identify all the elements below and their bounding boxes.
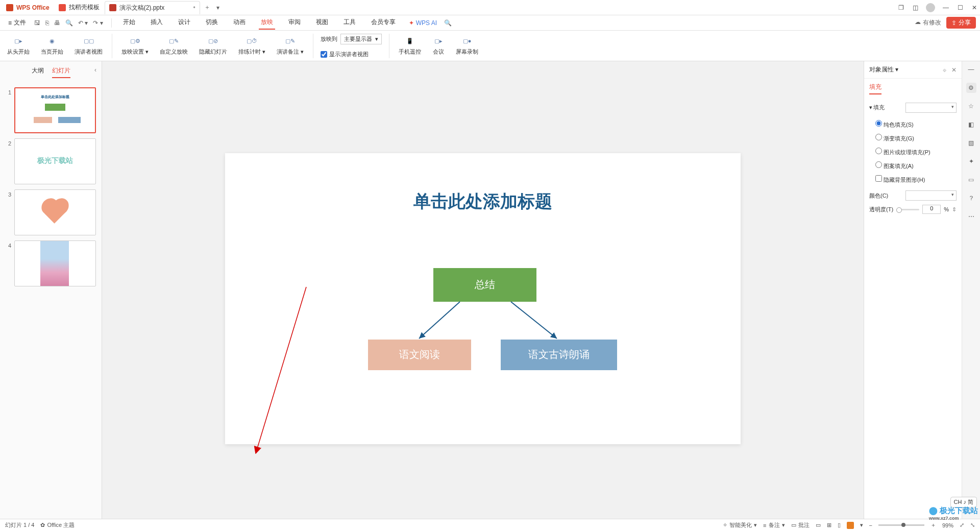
slide[interactable]: 单击此处添加标题 总结 语文阅读 语文古诗朗诵 (225, 153, 741, 444)
rail-image-icon[interactable]: ▧ (966, 138, 976, 148)
save-icon[interactable]: 🖫 (34, 19, 40, 27)
multiwindow-icon[interactable]: ❐ (897, 4, 904, 11)
undo-icon[interactable]: ↶ ▾ (78, 19, 88, 27)
menu-design[interactable]: 设计 (176, 16, 192, 30)
view-sorter-icon[interactable]: ⊞ (827, 522, 831, 528)
thumbnail-2[interactable]: 极光下载站 (14, 138, 96, 184)
maximize-button[interactable]: ☐ (957, 4, 964, 11)
record-button[interactable]: ▢●屏幕录制 (454, 35, 480, 57)
new-tab-button[interactable]: ＋ (201, 1, 213, 14)
slides-tab[interactable]: 幻灯片 (52, 66, 70, 78)
menu-review[interactable]: 审阅 (286, 16, 303, 30)
thumbnail-list[interactable]: 1 单击此处添加标题 2 极光下载站 3 4 (0, 83, 102, 514)
view-slideshow-icon[interactable] (847, 522, 854, 529)
show-settings-button[interactable]: ▢⚙放映设置 ▾ (119, 35, 151, 57)
beautify-button[interactable]: ✧智能美化 ▾ (723, 521, 757, 529)
radio-solid[interactable]: 纯色填充(S) (875, 117, 957, 131)
redo-icon[interactable]: ↷ ▾ (93, 19, 103, 27)
print2-icon[interactable]: ⎘ (45, 19, 49, 27)
expand-icon[interactable]: ⤡ (970, 522, 975, 528)
menu-view[interactable]: 视图 (314, 16, 330, 30)
monitor-select[interactable]: 主要显示器▾ (340, 34, 382, 44)
rail-layers-icon[interactable]: ◧ (966, 119, 976, 130)
menu-member[interactable]: 会员专享 (369, 16, 398, 30)
notes-toggle[interactable]: ≡备注 ▾ (763, 521, 785, 529)
page-indicator[interactable]: 幻灯片 1 / 4 (5, 521, 34, 529)
collapse-icon[interactable]: ‹ (94, 66, 96, 74)
preview-icon[interactable]: 🔍 (65, 19, 73, 27)
phone-remote-button[interactable]: 📱手机遥控 (397, 35, 423, 57)
tab-menu-button[interactable]: ▾ (213, 2, 223, 13)
collapse-rail-icon[interactable]: — (966, 64, 976, 75)
thumbnail-4[interactable] (14, 240, 96, 286)
show-presenter-checkbox[interactable]: 显示演讲者视图 (321, 51, 382, 58)
fill-preset-combo[interactable] (905, 103, 957, 113)
opacity-slider[interactable] (896, 209, 919, 210)
radio-picture[interactable]: 图片或纹理填充(P) (875, 145, 957, 159)
rail-tune-icon[interactable]: ⚙ (966, 83, 976, 93)
minimize-button[interactable]: — (942, 4, 949, 11)
stepper-icon[interactable]: ⇕ (952, 206, 957, 213)
quick-access: 🖫 ⎘ 🖶 🔍 ↶ ▾ ↷ ▾ (31, 19, 106, 27)
rail-magic-icon[interactable]: ✦ (966, 156, 976, 166)
left-box[interactable]: 语文阅读 (368, 340, 471, 370)
view-normal-icon[interactable]: ▭ (816, 522, 821, 528)
print-icon[interactable]: 🖶 (54, 19, 60, 27)
close-panel-icon[interactable]: ✕ (951, 66, 957, 74)
template-tab[interactable]: 找稻壳模板 (55, 1, 104, 14)
menu-transition[interactable]: 切换 (204, 16, 220, 30)
thumbnail-3[interactable] (14, 189, 96, 235)
color-combo[interactable] (905, 190, 957, 201)
hide-slide-button[interactable]: ▢⊘隐藏幻灯片 (197, 35, 229, 57)
canvas-area[interactable]: 单击此处添加标题 总结 语文阅读 语文古诗朗诵 (102, 61, 864, 523)
presenter-check-input[interactable] (321, 51, 327, 58)
fit-icon[interactable]: ⤢ (960, 522, 964, 528)
from-beginning-button[interactable]: ▢▸从头开始 (5, 35, 32, 57)
share-button[interactable]: ⇪ 分享 (946, 17, 976, 29)
view-reading-icon[interactable]: ▯ (838, 522, 841, 528)
right-box[interactable]: 语文古诗朗诵 (501, 340, 617, 370)
comments-toggle[interactable]: ▭批注 (791, 521, 810, 529)
thumbnail-1[interactable]: 单击此处添加标题 (14, 87, 96, 133)
custom-show-button[interactable]: ▢✎自定义放映 (158, 35, 190, 57)
outline-tab[interactable]: 大纲 (32, 66, 44, 78)
menu-slideshow[interactable]: 放映 (259, 16, 275, 30)
avatar-icon[interactable] (926, 3, 935, 12)
pin-icon[interactable]: ⟐ (943, 66, 946, 74)
fill-tab[interactable]: 填充 (869, 83, 881, 94)
menu-tools[interactable]: 工具 (341, 16, 358, 30)
menu-start[interactable]: 开始 (121, 16, 137, 30)
document-tab[interactable]: 演示文稿(2).pptx • (105, 1, 200, 14)
zoom-out-icon[interactable]: − (869, 522, 872, 528)
from-current-button[interactable]: ◉当页开始 (39, 35, 65, 57)
menu-animation[interactable]: 动画 (231, 16, 248, 30)
slide-title[interactable]: 单击此处添加标题 (225, 190, 741, 213)
doc-label: 演示文稿(2).pptx (119, 4, 165, 12)
cloud-modify[interactable]: ☁ 有修改 (915, 18, 941, 27)
app-tab[interactable]: WPS Office (2, 1, 54, 14)
rail-help-icon[interactable]: ？ (966, 193, 976, 203)
zoom-value[interactable]: 99% (942, 522, 953, 528)
theme-indicator[interactable]: ✿Office 主题 (40, 521, 75, 529)
meeting-button[interactable]: ▢▸会议 (430, 35, 447, 57)
radio-gradient[interactable]: 渐变填充(G) (875, 131, 957, 145)
notes-button[interactable]: ▢✎演讲备注 ▾ (275, 35, 306, 57)
zoom-in-icon[interactable]: ＋ (930, 521, 936, 529)
rail-more-icon[interactable]: ⋯ (966, 211, 976, 222)
menu-insert[interactable]: 插入 (149, 16, 165, 30)
view-menu-icon[interactable]: ▾ (860, 522, 863, 528)
zoom-slider[interactable] (878, 524, 924, 526)
file-menu[interactable]: ≡ 文件 (4, 16, 30, 29)
presenter-view-button[interactable]: ▢▢演讲者视图 (72, 35, 105, 57)
rail-star-icon[interactable]: ☆ (966, 101, 976, 111)
summary-box[interactable]: 总结 (433, 268, 536, 302)
close-button[interactable]: ✕ (971, 4, 978, 11)
search-icon[interactable]: 🔍 (444, 19, 452, 27)
rail-book-icon[interactable]: ▭ (966, 175, 976, 185)
rehearse-button[interactable]: ▢⏱排练计时 ▾ (236, 35, 267, 57)
opacity-input[interactable]: 0 (922, 205, 941, 214)
wps-ai-button[interactable]: ✦ WPS AI (409, 19, 437, 27)
radio-pattern[interactable]: 图案填充(A) (875, 159, 957, 173)
check-hide-bg[interactable]: 隐藏背景图形(H) (875, 173, 957, 186)
cube-icon[interactable]: ◫ (912, 4, 919, 11)
